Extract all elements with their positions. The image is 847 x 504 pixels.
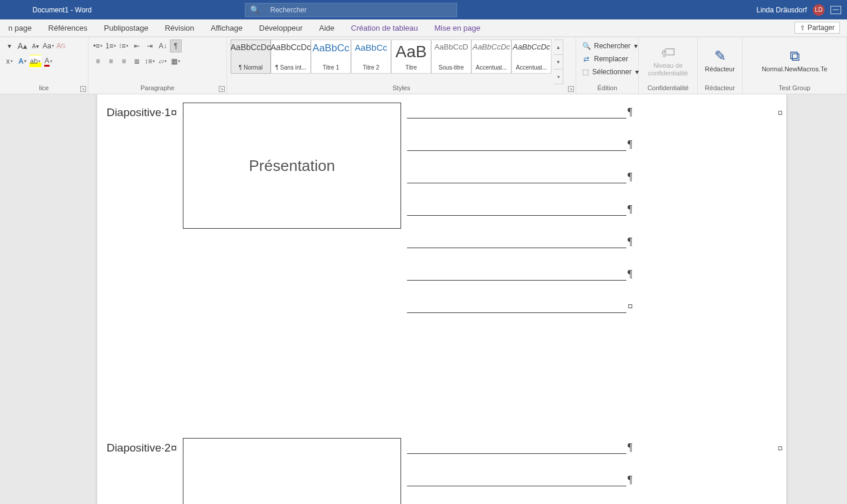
style-scroll-up-icon[interactable]: ▲ (554, 40, 563, 55)
tab-developer[interactable]: Développeur (251, 19, 311, 37)
numbering-button[interactable]: 1≡▾ (105, 39, 117, 52)
title-bar: Document1 - Word 🔍 Rechercher Linda Dräu… (0, 0, 847, 19)
font-group-label: lice (4, 84, 84, 93)
style-preview: AaBbCcD (434, 42, 468, 51)
pilcrow-icon: ¶ (628, 171, 632, 183)
style-tile[interactable]: AaBbCcTitre 2 (351, 39, 391, 74)
sort-button[interactable]: A↓ (157, 39, 169, 52)
style-preview: AaBbCcDc (231, 42, 271, 52)
find-button[interactable]: 🔍 Rechercher ▾ (580, 39, 635, 52)
edition-group-label: Édition (580, 84, 635, 93)
style-name: Titre (393, 64, 429, 71)
user-name[interactable]: Linda Dräusdorf (757, 6, 807, 14)
editor-label: Rédacteur (705, 65, 735, 73)
decrease-indent-button[interactable]: ⇤ (131, 39, 143, 52)
style-tile[interactable]: AaBTitre (391, 39, 431, 74)
cell-end-mark: ¤ (778, 443, 783, 454)
style-preview: AaBbCc (313, 42, 349, 54)
style-tile[interactable]: AaBbCcDcAccentuat... (511, 39, 551, 74)
note-underline (407, 446, 626, 454)
select-icon: ⬚ (582, 68, 589, 76)
show-hide-pilcrow-button[interactable]: ¶ (170, 39, 182, 52)
style-tile[interactable]: AaBbCcDc¶ Sans int... (271, 39, 311, 74)
tab-mailings[interactable]: Publipostage (96, 19, 156, 37)
tab-review[interactable]: Révision (156, 19, 202, 37)
multilevel-list-button[interactable]: ⁝≡▾ (118, 39, 130, 52)
slide-thumbnail[interactable] (183, 438, 401, 504)
clear-formatting-button[interactable]: A⦰ (55, 39, 67, 52)
shading-button[interactable]: ▱▾ (157, 55, 169, 68)
macro-button[interactable]: ⧉ Normal.NewMacros.Te (746, 39, 843, 82)
share-label: Partager (807, 24, 835, 32)
tab-table-layout[interactable]: Mise en page (426, 19, 488, 37)
borders-button[interactable]: ▦▾ (170, 55, 182, 68)
grow-font-button[interactable]: A▴ (17, 39, 28, 52)
style-preview: AaBbCcDc (271, 42, 311, 52)
search-box[interactable]: 🔍 Rechercher (245, 3, 457, 17)
ribbon-tabs: n page Références Publipostage Révision … (0, 19, 847, 37)
user-avatar[interactable]: LD (813, 4, 825, 16)
select-button[interactable]: ⬚ Sélectionner ▾ (580, 65, 635, 78)
line-spacing-button[interactable]: ↕≡▾ (144, 55, 156, 68)
document-area[interactable]: Diapositive·1¤Présentation¶¶¶¶¶¶¤¤Diapos… (0, 94, 847, 504)
slide-thumbnail[interactable]: Présentation (183, 103, 401, 229)
share-icon: ⇪ (800, 24, 805, 32)
justify-button[interactable]: ≣ (131, 55, 143, 68)
subscript-button[interactable]: x▾ (4, 55, 15, 68)
align-left-button[interactable]: ≡ (92, 55, 104, 68)
editor-button[interactable]: ✎ Rédacteur (701, 39, 738, 82)
cell-end-mark: ¤ (778, 107, 783, 119)
shrink-font-button[interactable]: A▾ (29, 39, 41, 52)
font-color-button[interactable]: A▾ (42, 55, 54, 68)
replace-label: Remplacer (594, 55, 628, 63)
notes-column[interactable]: ¶¶¶¶¶¶¤ (407, 103, 751, 333)
highlight-button[interactable]: ab▾ (29, 55, 41, 68)
style-preview: AaB (396, 42, 427, 61)
note-underline (407, 305, 626, 313)
tab-help[interactable]: Aide (311, 19, 343, 37)
text-effects-button[interactable]: A▾ (17, 55, 28, 68)
style-scroll-down-icon[interactable]: ▼ (554, 55, 563, 70)
style-tile[interactable]: AaBbCcTitre 1 (311, 39, 351, 74)
increase-indent-button[interactable]: ⇥ (144, 39, 156, 52)
tab-table-design[interactable]: Création de tableau (343, 19, 426, 37)
replace-button[interactable]: ⇄ Remplacer (580, 52, 635, 65)
tab-references[interactable]: Références (40, 19, 96, 37)
style-name: ¶ Sans int... (273, 64, 309, 71)
style-expand-icon[interactable]: ▾ (554, 70, 563, 84)
font-dropdown-caret[interactable]: ▾ (4, 39, 15, 52)
note-underline (407, 478, 626, 486)
notes-column[interactable]: ¶¶¶¶¶ (407, 438, 751, 504)
style-name: Accentuat... (513, 64, 550, 71)
align-right-button[interactable]: ≡ (118, 55, 130, 68)
page[interactable]: Diapositive·1¤Présentation¶¶¶¶¶¶¤¤Diapos… (97, 94, 786, 504)
style-name: Sous-titre (433, 64, 470, 71)
change-case-button[interactable]: Aa▾ (42, 39, 54, 52)
note-line: ¶ (407, 171, 751, 183)
search-icon: 🔍 (250, 5, 260, 14)
style-tile[interactable]: AaBbCcDcAccentuat... (471, 39, 511, 74)
note-underline (407, 110, 626, 118)
select-caret-icon: ▾ (635, 68, 639, 76)
style-tile[interactable]: AaBbCcDSous-titre (431, 39, 471, 74)
editor-icon: ✎ (714, 48, 726, 64)
style-tile[interactable]: AaBbCcDc¶ Normal (231, 39, 271, 74)
slide-row: Diapositive·2¤¶¶¶¶¶¤ (183, 438, 751, 504)
style-preview: AaBbCcDc (513, 42, 550, 51)
pilcrow-icon: ¶ (628, 442, 632, 454)
editor-group: ✎ Rédacteur Rédacteur (698, 37, 743, 94)
style-preview: AaBbCcDc (472, 42, 510, 51)
ribbon-display-options-icon[interactable] (830, 6, 841, 14)
find-caret-icon: ▾ (634, 42, 638, 50)
font-launcher-icon[interactable]: ↘ (80, 86, 86, 92)
align-center-button[interactable]: ≡ (105, 55, 117, 68)
tab-page-layout[interactable]: n page (0, 19, 40, 37)
bullets-button[interactable]: •≡▾ (92, 39, 104, 52)
pilcrow-icon: ¶ (628, 268, 632, 281)
tab-view[interactable]: Affichage (202, 19, 251, 37)
share-button[interactable]: ⇪ Partager (795, 22, 840, 34)
paragraph-launcher-icon[interactable]: ↘ (219, 86, 225, 92)
find-icon: 🔍 (582, 42, 590, 50)
styles-launcher-icon[interactable]: ↘ (568, 86, 574, 92)
note-underline (407, 143, 626, 151)
